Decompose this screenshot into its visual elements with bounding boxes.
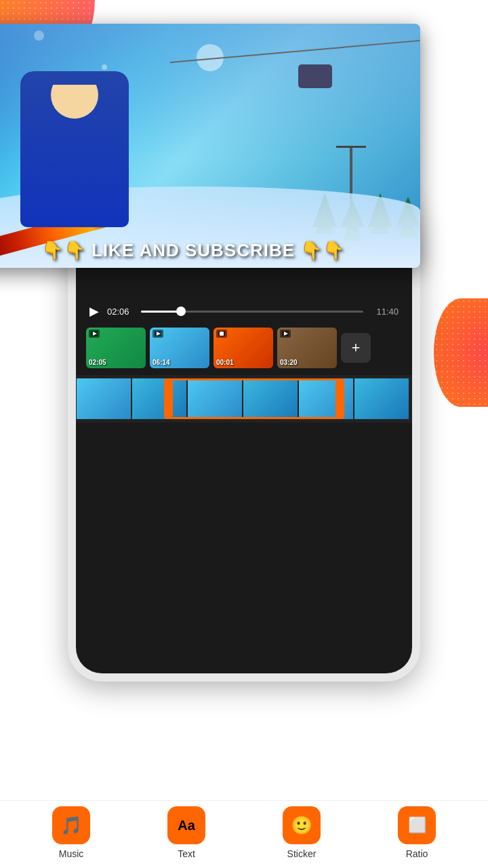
timeline-handle-right[interactable] <box>336 380 342 417</box>
ratio-label: Ratio <box>406 848 428 859</box>
total-time: 11:40 <box>371 307 399 317</box>
clip-row: 02:05 06:14 00:01 03 <box>76 324 412 372</box>
play-button[interactable]: ▶ <box>89 304 99 319</box>
toolbar-item-sticker[interactable]: 🙂 Sticker <box>274 806 329 859</box>
video-background: 👇👇 LIKE AND SUBSCRIBE 👇👇 <box>0 24 420 268</box>
svg-rect-5 <box>220 332 224 336</box>
clip-icon-1 <box>89 330 100 338</box>
timeline-frame-1 <box>77 378 131 419</box>
clip-icon-3 <box>216 330 227 338</box>
character-hat <box>47 71 102 85</box>
character-head <box>51 71 98 119</box>
timeline-handle-left[interactable] <box>166 380 173 417</box>
progress-track[interactable] <box>141 311 363 313</box>
timeline-strip[interactable] <box>76 375 412 422</box>
current-time: 02:06 <box>107 307 133 317</box>
timeline-frame-6 <box>354 378 409 419</box>
ratio-icon-bg: ⬜ <box>398 806 436 844</box>
subscribe-banner: 👇👇 LIKE AND SUBSCRIBE 👇👇 <box>0 240 420 261</box>
toolbar-item-text[interactable]: Aa Text <box>159 806 214 859</box>
phone-screen: ▶ 02:06 11:40 02:05 06:14 <box>76 217 412 673</box>
character <box>20 71 129 227</box>
sticker-label: Sticker <box>287 848 317 859</box>
sticker-icon: 🙂 <box>291 815 312 836</box>
clip-duration-1: 02:05 <box>89 359 106 366</box>
add-clip-button[interactable]: + <box>341 333 371 363</box>
text-icon-bg: Aa <box>167 806 205 844</box>
clip-thumb-1[interactable]: 02:05 <box>86 328 146 368</box>
corner-dots-right-mid <box>434 298 488 407</box>
cable-car <box>298 64 332 88</box>
clip-icon-2 <box>152 330 163 338</box>
text-icon: Aa <box>178 818 195 833</box>
clip-duration-2: 06:14 <box>152 359 170 366</box>
playback-bar: ▶ 02:06 11:40 <box>76 298 412 324</box>
music-icon-bg: 🎵 <box>52 806 90 844</box>
clip-thumb-2[interactable]: 06:14 <box>150 328 209 368</box>
bottom-toolbar: 🎵 Music Aa Text 🙂 Sticker ⬜ Ratio <box>0 800 488 868</box>
clip-thumb-4[interactable]: 03:20 <box>277 328 337 368</box>
music-label: Music <box>59 848 84 859</box>
progress-thumb[interactable] <box>176 307 186 316</box>
text-label: Text <box>178 848 195 859</box>
ratio-icon: ⬜ <box>408 816 426 834</box>
clip-duration-4: 03:20 <box>280 359 298 366</box>
snowflake-1 <box>34 31 44 41</box>
video-preview: 👇👇 LIKE AND SUBSCRIBE 👇👇 <box>0 24 420 268</box>
music-icon: 🎵 <box>60 815 82 836</box>
toolbar-item-music[interactable]: 🎵 Music <box>44 806 98 859</box>
progress-fill <box>141 311 181 313</box>
snowflake-2 <box>102 64 107 70</box>
clip-duration-3: 00:01 <box>216 359 234 366</box>
clip-icon-4 <box>280 330 291 338</box>
timeline-selection[interactable] <box>164 378 344 419</box>
sticker-icon-bg: 🙂 <box>283 806 321 844</box>
toolbar-item-ratio[interactable]: ⬜ Ratio <box>390 806 444 859</box>
clip-thumb-3[interactable]: 00:01 <box>214 328 273 368</box>
